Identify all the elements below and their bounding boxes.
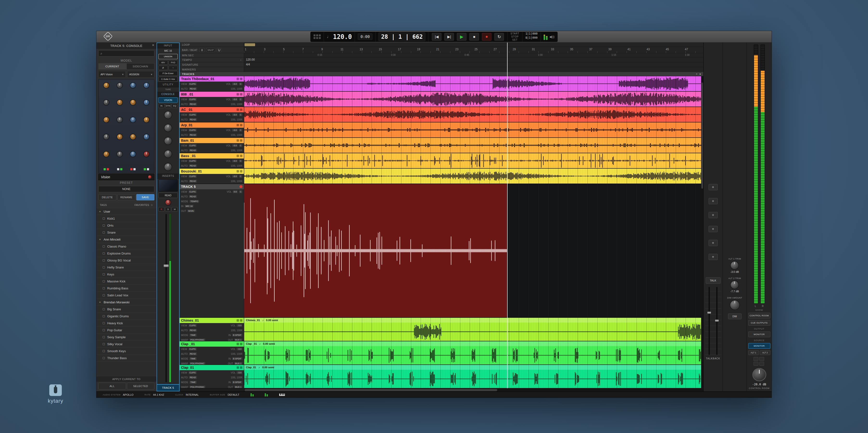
output-value[interactable]: MAIN <box>187 209 195 212</box>
record-button[interactable]: ● <box>482 33 492 41</box>
assign-select[interactable]: ASSIGN ▾ <box>127 71 155 78</box>
output-monitor-button[interactable]: MONITOR <box>748 331 770 337</box>
pan-knob[interactable] <box>165 199 171 206</box>
tempo-value[interactable]: 120.0 <box>333 33 352 40</box>
record-enable-icon[interactable] <box>237 319 239 322</box>
record-armed-indicator[interactable] <box>240 185 242 188</box>
status-item[interactable]: RATE 44.1 KHZ <box>145 393 164 396</box>
pan-value[interactable]: C <box>239 129 243 132</box>
search-input[interactable] <box>104 52 152 55</box>
volume-fader[interactable] <box>165 214 167 382</box>
vision-button[interactable]: VISION <box>158 97 178 103</box>
counter-value[interactable]: 0:00 <box>358 33 372 40</box>
knob[interactable] <box>143 151 150 157</box>
toggle-icon[interactable] <box>147 168 149 170</box>
track-lane[interactable]: Clap _01 ♪ 0.00 semi <box>244 341 703 365</box>
vol-value[interactable]: -3.0 <box>237 348 242 350</box>
monitor-icon[interactable] <box>240 366 242 369</box>
scrollbar-thumb[interactable] <box>701 83 703 189</box>
auto-mode[interactable]: READ <box>189 134 197 136</box>
mode-dyn-button[interactable]: DYN <box>165 104 171 108</box>
record-enable-icon[interactable] <box>237 109 239 111</box>
status-item[interactable]: AUDIO SYSTEM APOLLO <box>103 393 133 396</box>
track-header[interactable]: Bass _01 VIEW CLIPS <box>180 153 244 168</box>
track-header[interactable]: Bouzouki_01 VIEW CLIPS <box>180 169 244 183</box>
cue-button[interactable] <box>753 357 758 361</box>
tempo-row-value[interactable]: 120.00 <box>246 58 255 61</box>
loop-row-content[interactable] <box>244 42 703 47</box>
auto-mode[interactable]: READ <box>189 195 197 198</box>
track-name-tab[interactable]: Clap_01 <box>180 365 244 370</box>
toggle-icon[interactable] <box>144 168 146 170</box>
record-track-header[interactable]: TRACK 5 VIEW CLIPS VOL 0.0 C AUTO <box>180 184 244 317</box>
dim-amount-knob[interactable] <box>730 300 740 310</box>
pan-value[interactable]: C <box>239 190 243 193</box>
mode-eq-button[interactable]: EQ <box>172 104 178 108</box>
track-name-tab[interactable]: 808 _01 <box>180 92 244 97</box>
record-enable-icon[interactable] <box>237 78 239 80</box>
track-lane[interactable] <box>244 76 703 91</box>
track-lane[interactable] <box>244 169 703 183</box>
view-mode[interactable]: CLIPS <box>188 144 197 147</box>
fader-cap[interactable] <box>707 312 711 314</box>
pan-value[interactable]: C <box>239 160 243 163</box>
preset-item[interactable]: ▾ Kick1 <box>96 215 156 222</box>
mode-value[interactable]: TEMPO <box>189 200 199 203</box>
knob[interactable] <box>117 151 123 157</box>
track-name-tab[interactable]: Arp_01 <box>180 122 244 128</box>
tempo-display[interactable]: ♩ 120.0 <box>324 32 355 41</box>
preset-item[interactable]: ▾ Classic Piano <box>96 243 156 250</box>
auto-mode[interactable]: READ <box>189 87 197 90</box>
track-name-tab[interactable]: TRACK 5 <box>180 184 244 189</box>
monitor-icon[interactable] <box>240 343 242 345</box>
view-mode[interactable]: CLIPS <box>188 98 197 101</box>
vol-value[interactable]: -3.0 <box>232 175 238 178</box>
warp-value[interactable]: POLYPHONIC <box>189 339 205 341</box>
send-knob[interactable] <box>164 124 172 132</box>
preset-item[interactable]: ▾ User <box>96 208 156 215</box>
input-value[interactable]: B SPDIF <box>232 381 242 384</box>
monitor-icon[interactable] <box>240 78 242 80</box>
preset-item[interactable]: ▾ Keys <box>96 271 156 278</box>
view-mode[interactable]: CLIPS <box>188 113 197 116</box>
knob[interactable] <box>143 99 150 106</box>
preset-item[interactable]: ▾ OHs <box>96 222 156 229</box>
record-enable-icon[interactable] <box>237 155 239 157</box>
auto-mode[interactable]: READ <box>189 329 197 332</box>
view-mode[interactable]: CLIPS <box>188 175 197 178</box>
track-name-tab[interactable]: Clap _01 <box>180 341 244 347</box>
stop-button[interactable]: ■ <box>469 33 479 41</box>
auto-mode[interactable]: READ <box>189 352 197 355</box>
add-send-button[interactable]: + <box>709 240 718 246</box>
send-knob[interactable] <box>164 150 172 158</box>
monitor-icon[interactable] <box>240 170 242 172</box>
loop-region[interactable] <box>245 43 255 46</box>
vol-value[interactable]: 0.0 <box>233 190 238 193</box>
dim-button[interactable]: DIM <box>728 313 742 319</box>
add-send-button[interactable]: + <box>709 226 718 232</box>
view-mode[interactable]: CLIPS <box>188 83 197 85</box>
auto-mode[interactable]: READ <box>189 149 197 152</box>
view-mode[interactable]: CLIPS <box>188 190 197 193</box>
track-name-tab[interactable]: Travis Thibodaux_01 <box>180 76 244 82</box>
preset-item[interactable]: ▾ Brendan Morawski <box>96 299 156 306</box>
caret-right-icon[interactable]: › <box>241 58 241 61</box>
preset-item[interactable]: ▾ Explosive Drums <box>96 250 156 257</box>
delete-button[interactable]: DELETE <box>98 194 116 200</box>
signature-row-content[interactable]: 4/4 <box>244 62 703 67</box>
knob[interactable] <box>143 117 150 123</box>
record-enable-icon[interactable] <box>237 124 239 126</box>
pan-value[interactable]: C <box>239 98 243 101</box>
position-value[interactable]: 28 | 1 | 662 <box>378 32 425 41</box>
track-lane[interactable]: Clap_01 ♪ 0.00 semi <box>244 365 703 388</box>
auto-mode[interactable]: READ <box>189 180 197 182</box>
pan-value[interactable]: C <box>239 144 243 147</box>
preset-item[interactable]: ▾ Thunder Bass <box>96 354 156 362</box>
toggle-icon[interactable] <box>117 168 119 170</box>
knob[interactable] <box>143 82 150 89</box>
cue-button[interactable] <box>753 362 758 366</box>
preset-item[interactable]: ▾ Silky Vocal <box>96 341 156 348</box>
bar-ruler[interactable]: 1357911131517192123252729313335373941434… <box>244 47 703 53</box>
console-panel-header[interactable]: TRACK 5: CONSOLE × <box>96 42 156 49</box>
insert-slot-1[interactable]: P De-Esser <box>158 71 178 76</box>
